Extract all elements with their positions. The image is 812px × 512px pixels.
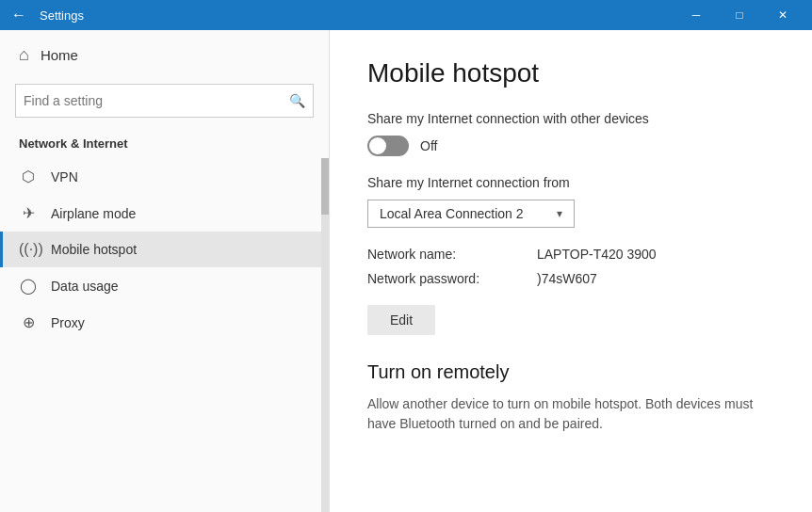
sidebar-item-airplane[interactable]: ✈ Airplane mode bbox=[0, 195, 329, 232]
titlebar: ← Settings ─ □ ✕ bbox=[0, 0, 812, 30]
home-icon: ⌂ bbox=[19, 45, 29, 65]
dropdown-value: Local Area Connection 2 bbox=[380, 206, 524, 221]
airplane-label: Airplane mode bbox=[51, 206, 136, 221]
network-info-grid: Network name: LAPTOP-T420 3900 Network p… bbox=[367, 247, 774, 286]
window-controls: ─ □ ✕ bbox=[674, 0, 804, 30]
sidebar-item-vpn[interactable]: ⬡ VPN bbox=[0, 158, 329, 195]
share-from-label: Share my Internet connection from bbox=[367, 175, 774, 190]
toggle-knob bbox=[369, 137, 386, 154]
main-layout: ⌂ Home 🔍 Network & Internet ⬡ VPN ✈ Airp… bbox=[0, 30, 812, 512]
share-label: Share my Internet connection with other … bbox=[367, 111, 774, 126]
home-label: Home bbox=[41, 47, 78, 63]
sidebar-item-hotspot[interactable]: ((·)) Mobile hotspot bbox=[0, 232, 329, 267]
proxy-label: Proxy bbox=[51, 315, 85, 330]
network-name-value: LAPTOP-T420 3900 bbox=[537, 247, 774, 262]
connection-dropdown[interactable]: Local Area Connection 2 ▾ bbox=[367, 200, 575, 228]
edit-button[interactable]: Edit bbox=[367, 305, 435, 335]
sidebar-item-data-usage[interactable]: ◯ Data usage bbox=[0, 267, 329, 304]
titlebar-title: Settings bbox=[40, 8, 665, 23]
minimize-button[interactable]: ─ bbox=[674, 0, 718, 30]
sidebar-scroll: ⬡ VPN ✈ Airplane mode ((·)) Mobile hotsp… bbox=[0, 158, 329, 512]
network-password-value: )74sW607 bbox=[537, 271, 774, 286]
search-icon: 🔍 bbox=[289, 93, 305, 108]
page-title: Mobile hotspot bbox=[367, 58, 774, 88]
remote-section-title: Turn on remotely bbox=[367, 361, 774, 383]
hotspot-label: Mobile hotspot bbox=[51, 242, 137, 257]
section-title: Network & Internet bbox=[0, 129, 329, 158]
remote-description: Allow another device to turn on mobile h… bbox=[367, 394, 774, 434]
hotspot-icon: ((·)) bbox=[19, 241, 38, 258]
home-nav-item[interactable]: ⌂ Home bbox=[0, 30, 329, 80]
restore-button[interactable]: □ bbox=[718, 0, 761, 30]
vpn-icon: ⬡ bbox=[19, 168, 38, 185]
search-box: 🔍 bbox=[15, 84, 314, 118]
close-button[interactable]: ✕ bbox=[761, 0, 804, 30]
network-password-key: Network password: bbox=[367, 271, 518, 286]
content-area: Mobile hotspot Share my Internet connect… bbox=[330, 30, 812, 512]
network-name-key: Network name: bbox=[367, 247, 518, 262]
toggle-row: Off bbox=[367, 136, 774, 156]
vpn-label: VPN bbox=[51, 169, 78, 184]
sidebar-item-proxy[interactable]: ⊕ Proxy bbox=[0, 304, 329, 341]
scrollbar-track[interactable] bbox=[321, 158, 329, 512]
toggle-state-label: Off bbox=[420, 138, 437, 153]
hotspot-toggle[interactable] bbox=[367, 136, 409, 156]
sidebar: ⌂ Home 🔍 Network & Internet ⬡ VPN ✈ Airp… bbox=[0, 30, 330, 512]
chevron-down-icon: ▾ bbox=[557, 207, 562, 220]
proxy-icon: ⊕ bbox=[19, 313, 38, 331]
back-button[interactable]: ← bbox=[8, 4, 30, 26]
scrollbar-thumb[interactable] bbox=[321, 158, 329, 215]
data-label: Data usage bbox=[51, 279, 119, 294]
data-icon: ◯ bbox=[19, 277, 38, 295]
airplane-icon: ✈ bbox=[19, 204, 38, 222]
search-input[interactable] bbox=[24, 93, 289, 108]
